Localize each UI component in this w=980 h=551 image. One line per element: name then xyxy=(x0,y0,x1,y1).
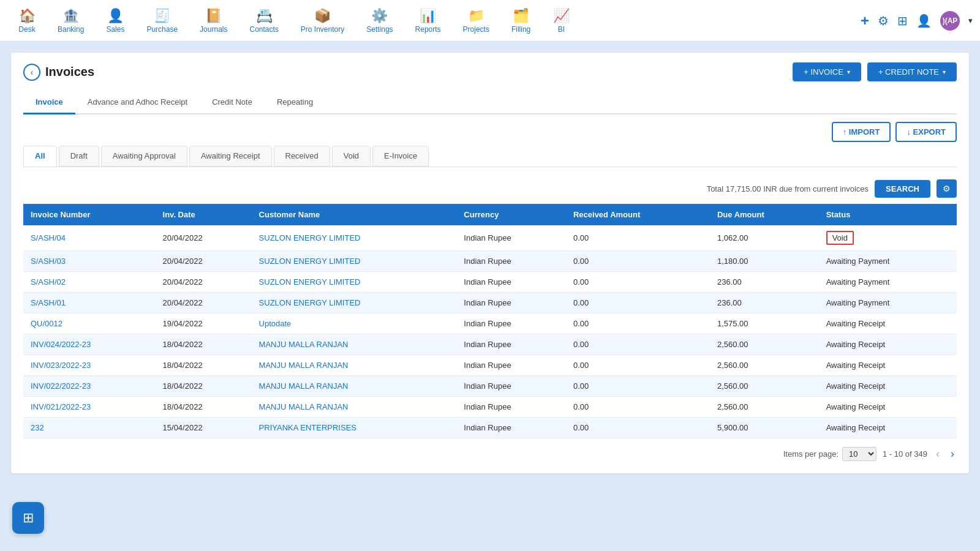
import-button[interactable]: ↑ IMPORT xyxy=(832,122,891,142)
cell-invoice-number[interactable]: INV/021/2022-23 xyxy=(23,397,156,418)
nav-settings[interactable]: ⚙️ Settings xyxy=(355,3,404,39)
status-tab-einvoice[interactable]: E-Invoice xyxy=(372,146,429,167)
nav-pro-inventory[interactable]: 📦 Pro Inventory xyxy=(290,3,355,39)
table-body: S/ASH/0420/04/2022SUZLON ENERGY LIMITEDI… xyxy=(23,225,957,438)
table-row[interactable]: INV/023/2022-2318/04/2022MANJU MALLA RAN… xyxy=(23,355,957,376)
cell-invoice-number[interactable]: S/ASH/01 xyxy=(23,293,156,313)
gear-button[interactable]: ⚙ xyxy=(878,13,889,28)
cell-status: Awaiting Payment xyxy=(819,272,957,293)
cell-customer-name[interactable]: SUZLON ENERGY LIMITED xyxy=(252,251,457,272)
cell-received-amount: 0.00 xyxy=(566,313,710,334)
cell-received-amount: 0.00 xyxy=(566,418,710,438)
pro-inventory-icon: 📦 xyxy=(314,8,331,24)
status-tab-draft[interactable]: Draft xyxy=(59,146,99,167)
nav-bi[interactable]: 📈 BI xyxy=(541,3,581,39)
cell-invoice-number[interactable]: 232 xyxy=(23,418,156,438)
cell-customer-name[interactable]: SUZLON ENERGY LIMITED xyxy=(252,225,457,251)
col-customer-name: Customer Name xyxy=(252,204,457,225)
cell-received-amount: 0.00 xyxy=(566,293,710,313)
user-switch-button[interactable]: 👤 xyxy=(916,13,932,28)
reports-icon: 📊 xyxy=(420,8,436,24)
nav-desk[interactable]: 🏠 Desk xyxy=(7,3,47,39)
nav-filling-label: Filling xyxy=(511,25,530,34)
new-invoice-button[interactable]: + INVOICE ▾ xyxy=(793,62,861,81)
items-per-page-label: Items per page: xyxy=(783,449,839,459)
tab-invoice[interactable]: Invoice xyxy=(23,91,75,114)
back-button[interactable]: ‹ xyxy=(23,64,40,81)
banking-icon: 🏦 xyxy=(62,8,79,24)
nav-purchase[interactable]: 🧾 Purchase xyxy=(135,3,189,39)
credit-note-dropdown-caret: ▾ xyxy=(943,69,946,75)
prev-page-button[interactable]: ‹ xyxy=(933,448,942,460)
items-per-page-select[interactable]: 10 25 50 100 xyxy=(842,447,876,461)
cell-invoice-number[interactable]: S/ASH/03 xyxy=(23,251,156,272)
table-row[interactable]: S/ASH/0320/04/2022SUZLON ENERGY LIMITEDI… xyxy=(23,251,957,272)
tab-repeating[interactable]: Repeating xyxy=(265,91,325,114)
nav-sales[interactable]: 👤 Sales xyxy=(95,3,135,39)
cell-invoice-number[interactable]: S/ASH/04 xyxy=(23,225,156,251)
cell-customer-name[interactable]: Uptodate xyxy=(252,313,457,334)
nav-projects[interactable]: 📁 Projects xyxy=(452,3,500,39)
table-row[interactable]: INV/024/2022-2318/04/2022MANJU MALLA RAN… xyxy=(23,334,957,355)
nav-reports[interactable]: 📊 Reports xyxy=(404,3,452,39)
search-button[interactable]: SEARCH xyxy=(875,180,930,198)
cell-status: Void xyxy=(819,225,957,251)
cell-customer-name[interactable]: MANJU MALLA RANJAN xyxy=(252,355,457,376)
cell-status: Awaiting Receipt xyxy=(819,355,957,376)
table-settings-button[interactable]: ⚙ xyxy=(937,179,957,198)
table-row[interactable]: QU/001219/04/2022UptodateIndian Rupee0.0… xyxy=(23,313,957,334)
cell-customer-name[interactable]: PRIYANKA ENTERPRISES xyxy=(252,418,457,438)
table-row[interactable]: 23215/04/2022PRIYANKA ENTERPRISESIndian … xyxy=(23,418,957,438)
cell-invoice-number[interactable]: INV/023/2022-23 xyxy=(23,355,156,376)
tab-advance-adhoc[interactable]: Advance and Adhoc Receipt xyxy=(75,91,200,114)
cell-invoice-number[interactable]: S/ASH/02 xyxy=(23,272,156,293)
nav-items: 🏠 Desk 🏦 Banking 👤 Sales 🧾 Purchase 📔 Jo… xyxy=(7,3,861,39)
table-row[interactable]: S/ASH/0420/04/2022SUZLON ENERGY LIMITEDI… xyxy=(23,225,957,251)
add-button[interactable]: + xyxy=(861,12,869,29)
table-row[interactable]: INV/021/2022-2318/04/2022MANJU MALLA RAN… xyxy=(23,397,957,418)
cell-invoice-number[interactable]: INV/024/2022-23 xyxy=(23,334,156,355)
table-row[interactable]: INV/022/2022-2318/04/2022MANJU MALLA RAN… xyxy=(23,376,957,397)
export-button[interactable]: ↓ EXPORT xyxy=(895,122,957,142)
cell-received-amount: 0.00 xyxy=(566,272,710,293)
nav-journals[interactable]: 📔 Journals xyxy=(189,3,238,39)
floating-action-button[interactable]: ⊞ xyxy=(12,502,44,534)
items-per-page: Items per page: 10 25 50 100 xyxy=(783,447,876,461)
nav-banking[interactable]: 🏦 Banking xyxy=(47,3,95,39)
page-title-area: ‹ Invoices xyxy=(23,64,94,81)
cell-customer-name[interactable]: MANJU MALLA RANJAN xyxy=(252,397,457,418)
cell-customer-name[interactable]: SUZLON ENERGY LIMITED xyxy=(252,293,457,313)
nav-sales-label: Sales xyxy=(106,25,124,34)
cell-customer-name[interactable]: MANJU MALLA RANJAN xyxy=(252,376,457,397)
cell-inv-date: 20/04/2022 xyxy=(156,251,252,272)
filter-bar: ↑ IMPORT ↓ EXPORT xyxy=(23,114,957,146)
main-content: ‹ Invoices + INVOICE ▾ + CREDIT NOTE ▾ I… xyxy=(11,53,969,473)
cell-customer-name[interactable]: SUZLON ENERGY LIMITED xyxy=(252,272,457,293)
nav-filling[interactable]: 🗂️ Filling xyxy=(500,3,541,39)
status-tab-awaiting-receipt[interactable]: Awaiting Receipt xyxy=(189,146,272,167)
status-tab-awaiting-approval[interactable]: Awaiting Approval xyxy=(101,146,187,167)
main-tabs: Invoice Advance and Adhoc Receipt Credit… xyxy=(23,91,957,114)
table-row[interactable]: S/ASH/0220/04/2022SUZLON ENERGY LIMITEDI… xyxy=(23,272,957,293)
cell-due-amount: 236.00 xyxy=(710,272,819,293)
nav-pro-inventory-label: Pro Inventory xyxy=(301,25,344,34)
user-dropdown-arrow[interactable]: ▾ xyxy=(968,16,973,25)
cell-inv-date: 19/04/2022 xyxy=(156,313,252,334)
cell-invoice-number[interactable]: QU/0012 xyxy=(23,313,156,334)
purchase-icon: 🧾 xyxy=(154,8,170,24)
next-page-button[interactable]: › xyxy=(948,448,957,460)
status-tab-all[interactable]: All xyxy=(23,146,57,167)
col-due-amount: Due Amount xyxy=(710,204,819,225)
table-row[interactable]: S/ASH/0120/04/2022SUZLON ENERGY LIMITEDI… xyxy=(23,293,957,313)
status-tab-received[interactable]: Received xyxy=(274,146,330,167)
status-tab-void[interactable]: Void xyxy=(332,146,371,167)
cell-status: Awaiting Receipt xyxy=(819,397,957,418)
cell-invoice-number[interactable]: INV/022/2022-23 xyxy=(23,376,156,397)
new-credit-note-button[interactable]: + CREDIT NOTE ▾ xyxy=(867,62,957,81)
tab-credit-note[interactable]: Credit Note xyxy=(200,91,265,114)
cell-currency: Indian Rupee xyxy=(456,418,566,438)
cell-received-amount: 0.00 xyxy=(566,355,710,376)
cell-customer-name[interactable]: MANJU MALLA RANJAN xyxy=(252,334,457,355)
grid-button[interactable]: ⊞ xyxy=(897,13,908,28)
nav-contacts[interactable]: 📇 Contacts xyxy=(238,3,289,39)
